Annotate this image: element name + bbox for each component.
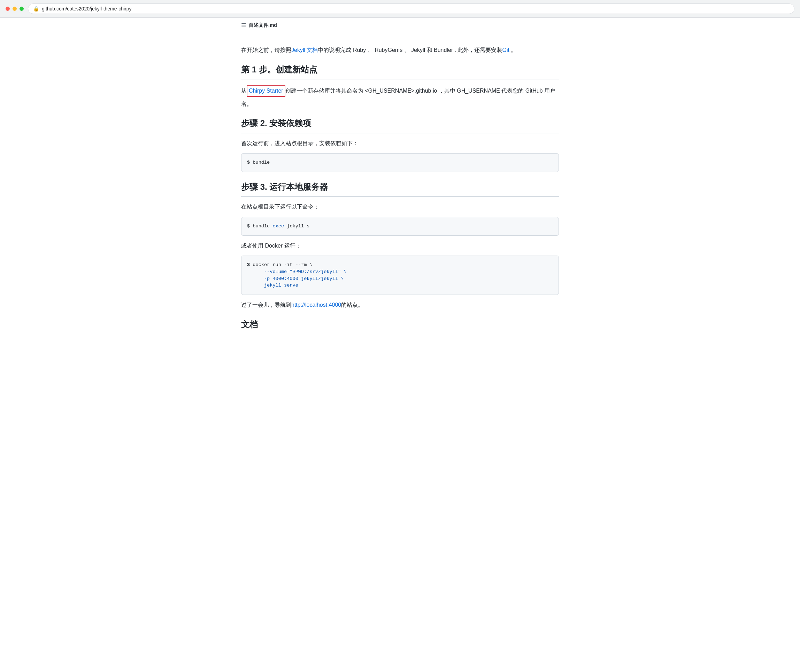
step3-exec-keyword: exec xyxy=(273,224,284,229)
step1-paragraph: 从Chirpy Starter创建一个新存储库并将其命名为 <GH_USERNA… xyxy=(241,85,559,108)
after-text-pre: 过了一会儿，导航到 xyxy=(241,302,291,308)
content-area: 在开始之前，请按照Jekyll 文档中的说明完成 Ruby 、 RubyGems… xyxy=(241,38,559,354)
docs-heading: 文档 xyxy=(241,318,559,334)
step2-paragraph: 首次运行前，进入站点根目录，安装依赖如下： xyxy=(241,139,559,148)
step3-heading: 步骤 3. 运行本地服务器 xyxy=(241,180,559,197)
maximize-button[interactable] xyxy=(19,6,24,11)
intro-text-end: 。 xyxy=(510,47,516,53)
step3-code-post: jekyll s xyxy=(284,224,309,229)
intro-text-before: 在开始之前，请按照 xyxy=(241,47,291,53)
list-icon: ☰ xyxy=(241,22,246,29)
docker-line3: -p 4000:4000 jekyll/jekyll \ xyxy=(247,276,343,282)
window-controls xyxy=(6,6,24,11)
chirpy-starter-link[interactable]: Chirpy Starter xyxy=(249,88,283,94)
docker-line1: $ docker run -it --rm \ xyxy=(247,262,313,267)
url-text: github.com/cotes2020/jekyll-theme-chirpy xyxy=(42,6,132,11)
docker-line2: --volume="$PWD:/srv/jekyll" \ xyxy=(247,269,347,274)
page-wrapper: ☰ 自述文件.md 在开始之前，请按照Jekyll 文档中的说明完成 Ruby … xyxy=(233,18,567,354)
step3-code-block: $ bundle exec jekyll s xyxy=(241,217,559,236)
readme-header: ☰ 自述文件.md xyxy=(241,18,559,33)
docker-line4: jekyll serve xyxy=(247,283,298,288)
address-bar[interactable]: 🔒 github.com/cotes2020/jekyll-theme-chir… xyxy=(28,3,794,14)
git-link[interactable]: Git xyxy=(502,47,509,53)
jekyll-docs-link[interactable]: Jekyll 文档 xyxy=(291,47,318,53)
docker-paragraph: 或者使用 Docker 运行： xyxy=(241,241,559,250)
step3-code: $ bundle exec jekyll s xyxy=(247,224,309,229)
chirpy-starter-highlight: Chirpy Starter xyxy=(247,85,285,97)
intro-text-mid: 中的说明完成 Ruby 、 RubyGems 、 Jekyll 和 Bundle… xyxy=(318,47,502,53)
docker-code: $ docker run -it --rm \ --volume="$PWD:/… xyxy=(247,262,347,288)
intro-paragraph: 在开始之前，请按照Jekyll 文档中的说明完成 Ruby 、 RubyGems… xyxy=(241,46,559,54)
minimize-button[interactable] xyxy=(13,6,17,11)
docker-code-block: $ docker run -it --rm \ --volume="$PWD:/… xyxy=(241,256,559,295)
browser-chrome: 🔒 github.com/cotes2020/jekyll-theme-chir… xyxy=(0,0,800,18)
lock-icon: 🔒 xyxy=(33,6,39,11)
step2-heading: 步骤 2. 安装依赖项 xyxy=(241,117,559,133)
step3-paragraph: 在站点根目录下运行以下命令： xyxy=(241,202,559,211)
step3-code-pre: $ bundle xyxy=(247,224,273,229)
step2-code-block: $ bundle xyxy=(241,153,559,172)
localhost-link[interactable]: http://localhost:4000 xyxy=(291,302,341,308)
step1-text-post: 创建一个新存储库并将其命名为 <GH_USERNAME>.github.io ，… xyxy=(241,88,555,107)
close-button[interactable] xyxy=(6,6,10,11)
readme-title: 自述文件.md xyxy=(249,22,277,29)
step2-code: $ bundle xyxy=(247,160,270,165)
after-paragraph: 过了一会儿，导航到http://localhost:4000的站点。 xyxy=(241,301,559,310)
step1-text-pre: 从 xyxy=(241,88,247,94)
after-text-post: 的站点。 xyxy=(341,302,364,308)
step1-heading: 第 1 步。创建新站点 xyxy=(241,63,559,79)
